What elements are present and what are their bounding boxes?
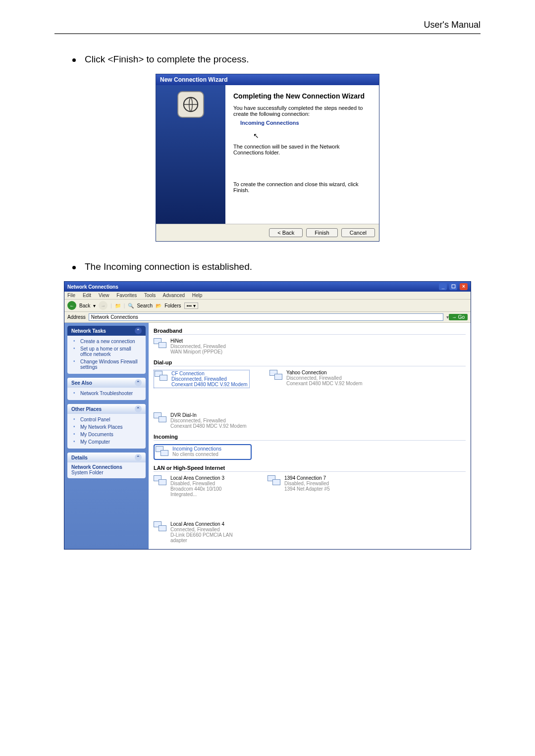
connection-icon [268, 475, 281, 487]
chevron-icon: ⌃ [135, 327, 142, 334]
close-button[interactable]: × [460, 283, 468, 290]
wizard-titlebar: New Connection Wizard [156, 74, 379, 85]
forward-icon[interactable]: → [99, 301, 107, 310]
menu-bar[interactable]: File Edit View Favorites Tools Advanced … [64, 292, 471, 300]
instruction-2: The Incoming connection is established. [72, 261, 481, 272]
conn-incoming[interactable]: Incoming ConnectionsNo clients connected [154, 444, 252, 460]
category-incoming: Incoming [154, 434, 466, 441]
link-network-places[interactable]: My Network Places [71, 423, 142, 431]
link-troubleshooter[interactable]: Network Troubleshooter [71, 390, 142, 397]
category-broadband: Broadband [154, 328, 466, 335]
category-lan: LAN or High-Speed Internet [154, 465, 466, 472]
link-documents[interactable]: My Documents [71, 431, 142, 438]
chevron-icon: ⌃ [135, 379, 142, 386]
bullet-icon [72, 58, 76, 62]
task-setup-network[interactable]: Set up a home or small office network [71, 345, 142, 358]
toolbar: ← Back ▾ → | 📁 | 🔍 Search 📂 Folders ▪▪▪ … [64, 300, 471, 312]
sidebar-head-details[interactable]: Details⌃ [67, 453, 146, 462]
cancel-button[interactable]: Cancel [341, 228, 375, 237]
connection-icon [269, 370, 283, 382]
page-header: User's Manual [54, 20, 481, 34]
folders-icon[interactable]: 📂 [156, 303, 161, 308]
cursor-icon: ↖ [253, 132, 259, 140]
category-dialup: Dial-up [154, 359, 466, 366]
bullet-icon [72, 266, 76, 269]
maximize-button[interactable]: ☐ [449, 283, 457, 290]
main-pane: Broadband HiNetDisconnected, FirewalledW… [149, 323, 471, 549]
sidebar-head-seealso[interactable]: See Also⌃ [67, 378, 146, 388]
conn-1394[interactable]: 1394 Connection 7Disabled, Firewalled139… [268, 475, 362, 497]
menu-help[interactable]: Help [192, 293, 203, 298]
back-label[interactable]: Back [79, 303, 90, 308]
instruction-1-text: Click <Finish> to complete the process. [85, 54, 249, 65]
globe-icon [177, 91, 204, 118]
sidebar-head-tasks[interactable]: Network Tasks⌃ [67, 326, 146, 336]
conn-dvr-dialin[interactable]: DVR Dial-InDisconnected, FirewalledConex… [154, 412, 248, 429]
wizard-sidebar-image [156, 85, 225, 224]
conn-lac4[interactable]: Local Area Connection 4Connected, Firewa… [154, 521, 248, 543]
menu-view[interactable]: View [99, 293, 109, 298]
up-icon[interactable]: 📁 [115, 303, 121, 308]
conn-yahoo[interactable]: Yahoo ConnectionDisconnected, Firewalled… [269, 370, 364, 388]
connection-icon [154, 521, 167, 533]
menu-favorites[interactable]: Favorites [116, 293, 137, 298]
wizard-heading: Completing the New Connection Wizard [233, 92, 371, 100]
wizard-line1: You have successfully completed the step… [233, 105, 371, 117]
menu-advanced[interactable]: Advanced [163, 293, 185, 298]
wizard-line3: To create the connection and close this … [233, 181, 371, 193]
folders-label[interactable]: Folders [164, 303, 181, 308]
chevron-icon: ⌃ [135, 405, 142, 412]
connection-icon [154, 338, 167, 350]
connection-icon [154, 412, 167, 424]
conn-cf[interactable]: CF ConnectionDisconnected, FirewalledCon… [154, 370, 250, 388]
wizard-dialog: New Connection Wizard Completing the New… [156, 74, 379, 242]
back-button[interactable]: < Back [269, 228, 303, 237]
link-my-computer[interactable]: My Computer [71, 438, 142, 446]
details-line2: System Folder [71, 470, 142, 475]
conn-hinet[interactable]: HiNetDisconnected, FirewalledWAN Minipor… [154, 338, 248, 354]
wizard-line2: The connection will be saved in the Netw… [233, 144, 371, 155]
wizard-connection-name: Incoming Connections [240, 120, 371, 126]
go-button[interactable]: → Go [449, 314, 468, 320]
instruction-1: Click <Finish> to complete the process. [72, 54, 481, 65]
search-label[interactable]: Search [137, 303, 153, 308]
conn-lac3[interactable]: Local Area Connection 3Disabled, Firewal… [154, 475, 248, 497]
menu-edit[interactable]: Edit [83, 293, 91, 298]
connection-icon [156, 446, 169, 458]
network-connections-window: Network Connections _ ☐ × File Edit View… [64, 281, 471, 550]
views-dropdown[interactable]: ▪▪▪ ▾ [184, 302, 198, 309]
connection-icon [155, 371, 168, 383]
address-label: Address [67, 314, 86, 320]
task-firewall[interactable]: Change Windows Firewall settings [71, 358, 142, 371]
menu-file[interactable]: File [67, 293, 75, 298]
connection-icon [154, 475, 167, 487]
link-control-panel[interactable]: Control Panel [71, 416, 142, 423]
window-title: Network Connections [67, 284, 118, 290]
finish-button[interactable]: Finish [306, 228, 337, 237]
sidebar-head-other[interactable]: Other Places⌃ [67, 404, 146, 414]
search-icon[interactable]: 🔍 [128, 303, 134, 308]
menu-tools[interactable]: Tools [144, 293, 156, 298]
address-input[interactable] [89, 313, 443, 321]
task-create-connection[interactable]: Create a new connection [71, 338, 142, 345]
back-icon[interactable]: ← [67, 301, 76, 310]
instruction-2-text: The Incoming connection is established. [85, 261, 252, 272]
minimize-button[interactable]: _ [439, 283, 447, 290]
details-line1: Network Connections [71, 464, 142, 470]
chevron-icon: ⌃ [135, 454, 142, 461]
sidebar: Network Tasks⌃ Create a new connection S… [64, 323, 149, 549]
